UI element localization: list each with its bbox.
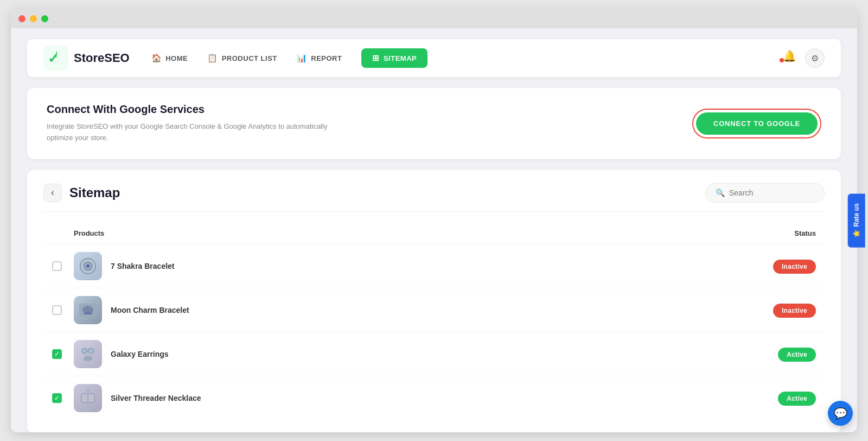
notification-dot	[780, 58, 784, 62]
row-3-status: Active	[740, 349, 816, 359]
row-3-product: Galaxy Earrings	[74, 340, 740, 368]
list-icon: 📋	[207, 53, 218, 63]
row-4-status: Active	[740, 393, 816, 403]
chat-icon: 💬	[834, 407, 847, 420]
row-2-product: Moon Charm Bracelet	[74, 296, 740, 324]
home-icon: 🏠	[151, 53, 162, 63]
rate-us-tab[interactable]: ⭐ Rate us	[847, 193, 865, 247]
titlebar	[11, 9, 857, 28]
logo-icon: ✓ /	[43, 46, 68, 71]
connect-to-google-button[interactable]: CONNECT TO GOOGLE	[696, 112, 818, 135]
row-4-product: Silver Threader Necklace	[74, 384, 740, 412]
checkbox-checked[interactable]: ✓	[52, 393, 62, 403]
logo-area: ✓ / StoreSEO	[43, 46, 130, 71]
maximize-button[interactable]	[41, 15, 48, 22]
search-icon: 🔍	[716, 188, 725, 197]
sitemap-icon: ⊞	[372, 53, 380, 63]
table-row: 7 Shakra Bracelet Inactive	[43, 244, 825, 288]
google-card-description: Integrate StoreSEO with your Google Sear…	[47, 121, 329, 144]
google-card-text: Connect With Google Services Integrate S…	[47, 103, 329, 144]
row-1-status: Inactive	[740, 261, 816, 271]
product-name: Moon Charm Bracelet	[111, 306, 189, 314]
product-name: Galaxy Earrings	[111, 350, 169, 358]
sitemap-card: ‹ Sitemap 🔍 Products Status	[27, 170, 841, 432]
row-4-check[interactable]: ✓	[52, 393, 74, 403]
sitemap-title: Sitemap	[69, 185, 120, 200]
svg-point-5	[86, 264, 90, 268]
product-thumbnail	[77, 299, 99, 321]
status-badge: Inactive	[773, 260, 816, 274]
bell-icon: 🔔	[783, 50, 796, 62]
report-icon: 📊	[297, 53, 308, 63]
product-thumbnail	[78, 256, 98, 276]
nav-links: 🏠 HOME 📋 PRODUCT LIST 📊 REPORT ⊞ SITEMAP	[151, 48, 783, 68]
row-2-check[interactable]	[52, 305, 74, 315]
nav-report[interactable]: 📊 REPORT	[297, 53, 342, 63]
sitemap-title-area: ‹ Sitemap	[43, 184, 120, 202]
product-thumbnail	[78, 388, 98, 408]
row-3-check[interactable]: ✓	[52, 349, 74, 359]
nav-right: 🔔 ⚙	[783, 48, 825, 68]
status-badge: Active	[778, 348, 816, 362]
app-window: ✓ / StoreSEO 🏠 HOME 📋 PRODUCT LIST 📊 REP…	[11, 9, 857, 432]
svg-point-8	[82, 348, 87, 354]
svg-point-10	[84, 356, 92, 361]
settings-button[interactable]: ⚙	[805, 48, 825, 68]
sitemap-header: ‹ Sitemap 🔍	[43, 183, 825, 212]
table-row: Moon Charm Bracelet Inactive	[43, 288, 825, 332]
notification-area: 🔔	[783, 49, 796, 67]
google-connect-card: Connect With Google Services Integrate S…	[27, 88, 841, 159]
svg-text:/: /	[55, 51, 58, 59]
navbar: ✓ / StoreSEO 🏠 HOME 📋 PRODUCT LIST 📊 REP…	[27, 39, 841, 77]
row-1-check[interactable]	[52, 261, 74, 271]
google-card-title: Connect With Google Services	[47, 103, 329, 116]
svg-point-9	[88, 348, 94, 354]
connect-button-wrapper: CONNECT TO GOOGLE	[692, 109, 821, 138]
row-2-status: Inactive	[740, 305, 816, 315]
nav-sitemap[interactable]: ⊞ SITEMAP	[361, 48, 427, 68]
header-status-col: Status	[740, 229, 816, 237]
product-thumbnail	[78, 344, 98, 364]
product-image	[74, 296, 102, 324]
row-1-product: 7 Shakra Bracelet	[74, 252, 740, 280]
product-image	[74, 340, 102, 368]
search-input[interactable]	[729, 188, 810, 197]
product-name: 7 Shakra Bracelet	[111, 262, 175, 270]
minimize-button[interactable]	[30, 15, 37, 22]
header-products-col: Products	[74, 229, 740, 237]
back-button[interactable]: ‹	[43, 184, 62, 202]
close-button[interactable]	[18, 15, 25, 22]
table-row: ✓ Galaxy Earrings Active	[43, 332, 825, 376]
logo-text: StoreSEO	[74, 51, 130, 65]
table-header: Products Status	[43, 223, 825, 244]
search-box: 🔍	[705, 183, 825, 203]
checkbox-checked[interactable]: ✓	[52, 349, 62, 359]
nav-product-list[interactable]: 📋 PRODUCT LIST	[207, 53, 277, 63]
product-image	[74, 252, 102, 280]
checkbox-unchecked[interactable]	[52, 305, 62, 315]
star-icon: ⭐	[852, 230, 860, 238]
content-area: ✓ / StoreSEO 🏠 HOME 📋 PRODUCT LIST 📊 REP…	[11, 28, 857, 432]
status-badge: Inactive	[773, 304, 816, 318]
chat-bubble[interactable]: 💬	[828, 401, 853, 426]
table-row: ✓ Silver Threader Necklace Active	[43, 376, 825, 420]
status-badge: Active	[778, 392, 816, 406]
svg-point-13	[86, 389, 90, 392]
checkbox-unchecked[interactable]	[52, 261, 62, 271]
nav-home[interactable]: 🏠 HOME	[151, 53, 188, 63]
product-name: Silver Threader Necklace	[111, 394, 201, 402]
product-image	[74, 384, 102, 412]
